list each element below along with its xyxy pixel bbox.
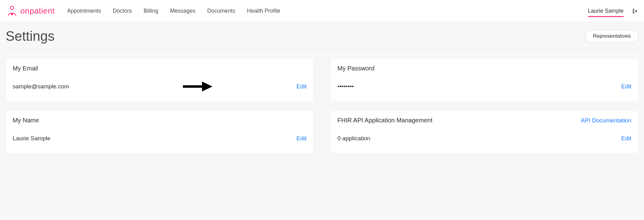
svg-point-0 [10, 6, 14, 9]
fhir-card-title: FHIR API Application Management [337, 117, 432, 124]
fhir-value: 0 application [337, 135, 370, 142]
page-header: Settings Representatives [6, 28, 638, 50]
nav-appointments[interactable]: Appointments [67, 8, 101, 14]
password-card-title: My Password [337, 65, 374, 72]
password-edit-link[interactable]: Edit [621, 83, 631, 90]
email-card: My Email sample@sample.com Edit [6, 58, 314, 102]
onpatient-logo-icon [6, 5, 18, 17]
name-card: My Name Laurie Sample Edit [6, 110, 314, 154]
logout-icon[interactable] [632, 8, 638, 14]
fhir-card: FHIR API Application Management API Docu… [330, 110, 638, 154]
brand-logo[interactable]: onpatient [6, 5, 55, 17]
nav-doctors[interactable]: Doctors [113, 8, 132, 14]
main-nav: Appointments Doctors Billing Messages Do… [67, 8, 588, 14]
api-documentation-link[interactable]: API Documentation [581, 117, 631, 124]
name-edit-link[interactable]: Edit [296, 135, 307, 142]
settings-cards-grid: My Email sample@sample.com Edit My Passw… [6, 58, 638, 154]
password-card: My Password •••••••• Edit [330, 58, 638, 102]
topbar-right: Laurie Sample [588, 6, 638, 16]
page-content: Settings Representatives My Email sample… [0, 22, 644, 160]
svg-marker-2 [202, 82, 213, 91]
password-value: •••••••• [337, 83, 354, 90]
nav-billing[interactable]: Billing [144, 8, 159, 14]
email-card-title: My Email [13, 65, 38, 72]
email-value: sample@sample.com [13, 83, 69, 90]
nav-messages[interactable]: Messages [170, 8, 196, 14]
topbar: onpatient Appointments Doctors Billing M… [0, 0, 644, 22]
brand-name: onpatient [20, 6, 55, 16]
page-title: Settings [6, 28, 55, 44]
email-edit-link[interactable]: Edit [296, 83, 307, 90]
representatives-button[interactable]: Representatives [585, 30, 638, 43]
fhir-edit-link[interactable]: Edit [621, 135, 631, 142]
nav-documents[interactable]: Documents [207, 8, 235, 14]
name-card-title: My Name [13, 117, 39, 124]
nav-health-profile[interactable]: Health Profile [247, 8, 280, 14]
current-user-name[interactable]: Laurie Sample [588, 8, 624, 17]
annotation-arrow-icon [182, 80, 213, 93]
name-value: Laurie Sample [13, 135, 51, 142]
